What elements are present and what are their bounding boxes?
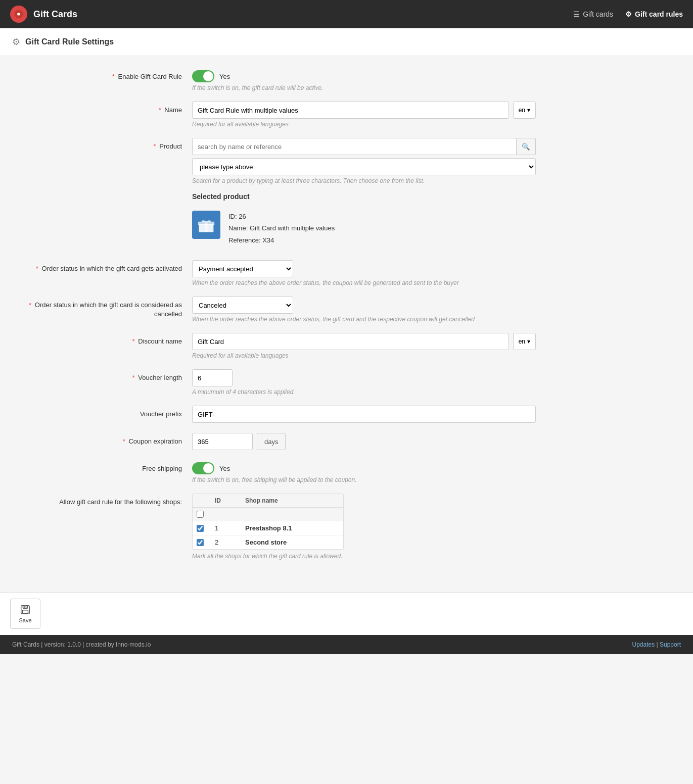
product-search-hint: Search for a product by typing at least … (192, 177, 536, 184)
product-search-btn[interactable]: 🔍 (517, 138, 536, 155)
product-name: Name: Gift Card with multiple values (228, 222, 335, 234)
coupon-expiration-field: days (192, 433, 536, 450)
order-status-cancelled-row: * Order status in which the gift card is… (20, 297, 536, 323)
order-status-activate-hint: When the order reaches the above order s… (192, 279, 536, 286)
nav-link-gift-cards[interactable]: ☰ Gift cards (573, 10, 613, 18)
free-shipping-field: Yes If the switch is on, free shipping w… (192, 460, 536, 483)
page-header: ⚙ Gift Card Rule Settings (0, 28, 693, 56)
footer-links: Updates | Support (632, 641, 681, 648)
footer-updates-link[interactable]: Updates (632, 641, 655, 648)
discount-name-input[interactable] (192, 333, 509, 350)
discount-lang-label: en (519, 338, 525, 345)
discount-name-row: * Discount name en ▾ Required for all av… (20, 333, 536, 359)
voucher-prefix-field (192, 406, 536, 423)
order-status-cancelled-field: Canceled When the order reaches the abov… (192, 297, 536, 323)
enable-label: * Enable Gift Card Rule (20, 68, 192, 81)
coupon-expiration-input[interactable] (192, 433, 253, 450)
svg-rect-6 (23, 606, 27, 609)
name-hint: Required for all available languages (192, 121, 536, 128)
save-button[interactable]: Save (10, 599, 40, 629)
nav-right: ☰ Gift cards ⚙ Gift card rules (573, 10, 683, 18)
col-id: ID (215, 497, 245, 504)
shops-table-row-2: 2 Second store (193, 535, 343, 549)
enable-toggle-label: Yes (219, 73, 230, 80)
gear-icon: ⚙ (625, 10, 632, 18)
order-status-activate-label: * Order status in which the gift card ge… (20, 260, 192, 273)
footer: Gift Cards | version: 1.0.0 | created by… (0, 635, 693, 654)
main-content: * Enable Gift Card Rule Yes If the switc… (0, 56, 556, 582)
enable-hint: If the switch is on, the gift card rule … (192, 84, 536, 91)
coupon-expiration-row: * Coupon expiration days (20, 433, 536, 450)
shop-id-2: 2 (215, 538, 245, 546)
shops-table-row-header (193, 508, 343, 521)
voucher-length-row: * Voucher length A minumum of 4 characte… (20, 369, 536, 396)
page-title: Gift Card Rule Settings (25, 37, 114, 46)
free-shipping-hint: If the switch is on, free shipping will … (192, 476, 536, 483)
app-title: Gift Cards (33, 9, 77, 20)
shop-name-2: Second store (245, 538, 339, 546)
free-shipping-label: Free shipping (20, 460, 192, 473)
product-label: * Product (20, 138, 192, 151)
voucher-length-input[interactable] (192, 369, 233, 386)
coupon-expiration-label: * Coupon expiration (20, 433, 192, 446)
discount-name-label: * Discount name (20, 333, 192, 346)
product-row: * Product 🔍 please type above Search for… (20, 138, 536, 250)
shops-row: Allow gift card rule for the following s… (20, 494, 536, 560)
enable-field: Yes If the switch is on, the gift card r… (192, 68, 536, 91)
order-status-activate-select[interactable]: Payment accepted (192, 260, 293, 277)
discount-name-lang-btn[interactable]: en ▾ (513, 333, 536, 350)
order-status-cancelled-select[interactable]: Canceled (192, 297, 293, 314)
order-status-activate-row: * Order status in which the gift card ge… (20, 260, 536, 286)
voucher-prefix-input[interactable] (192, 406, 536, 423)
enable-row: * Enable Gift Card Rule Yes If the switc… (20, 68, 536, 91)
svg-rect-4 (205, 222, 207, 232)
col-name: Shop name (245, 497, 339, 504)
shop-checkbox-2[interactable] (197, 539, 204, 546)
voucher-length-label: * Voucher length (20, 369, 192, 382)
free-shipping-toggle[interactable] (192, 462, 214, 474)
voucher-prefix-row: Voucher prefix (20, 406, 536, 423)
bottom-toolbar: Save (0, 592, 693, 635)
name-lang-label: en (519, 107, 525, 114)
nav-gift-cards-label: Gift cards (583, 10, 613, 18)
top-nav: Gift Cards ☰ Gift cards ⚙ Gift card rule… (0, 0, 693, 28)
enable-toggle[interactable] (192, 70, 214, 82)
coupon-expiration-suffix: days (257, 433, 286, 450)
selected-product-card: ID: 26 Name: Gift Card with multiple val… (192, 207, 536, 250)
name-field: en ▾ Required for all available language… (192, 102, 536, 128)
nav-link-gift-card-rules[interactable]: ⚙ Gift card rules (625, 10, 683, 18)
product-search-input[interactable] (192, 138, 517, 155)
shop-checkbox-all[interactable] (197, 511, 204, 518)
shop-id-1: 1 (215, 524, 245, 532)
shop-checkbox-1[interactable] (197, 525, 204, 532)
free-shipping-row: Free shipping Yes If the switch is on, f… (20, 460, 536, 483)
name-label: * Name (20, 102, 192, 115)
search-icon: 🔍 (522, 143, 530, 151)
voucher-length-hint: A minumum of 4 characters is applied. (192, 388, 536, 396)
discount-name-hint: Required for all available languages (192, 352, 536, 359)
selected-product-section: Selected product (192, 192, 536, 250)
name-lang-btn[interactable]: en ▾ (513, 102, 536, 119)
shops-table-row-1: 1 Prestashop 8.1 (193, 521, 343, 535)
name-input[interactable] (192, 102, 509, 119)
footer-support-link[interactable]: Support (660, 641, 681, 648)
shop-name-1: Prestashop 8.1 (245, 524, 339, 532)
shops-label: Allow gift card rule for the following s… (20, 494, 192, 507)
product-select[interactable]: please type above (192, 158, 536, 175)
footer-left: Gift Cards | version: 1.0.0 | created by… (12, 641, 151, 648)
free-shipping-toggle-label: Yes (219, 465, 230, 472)
svg-rect-7 (23, 610, 28, 613)
svg-point-1 (18, 13, 20, 16)
save-label: Save (19, 617, 31, 623)
save-icon (20, 604, 31, 615)
list-icon: ☰ (573, 10, 580, 18)
app-logo (10, 6, 27, 23)
shops-hint: Mark all the shops for which the gift ca… (192, 553, 536, 560)
order-status-cancelled-hint: When the order reaches the above order s… (192, 316, 536, 323)
chevron-down-icon: ▾ (527, 107, 530, 114)
product-icon (192, 211, 220, 239)
voucher-length-field: A minumum of 4 characters is applied. (192, 369, 536, 396)
chevron-down-icon2: ▾ (527, 338, 530, 345)
shops-table-header: ID Shop name (193, 494, 343, 508)
nav-gift-card-rules-label: Gift card rules (635, 10, 683, 18)
